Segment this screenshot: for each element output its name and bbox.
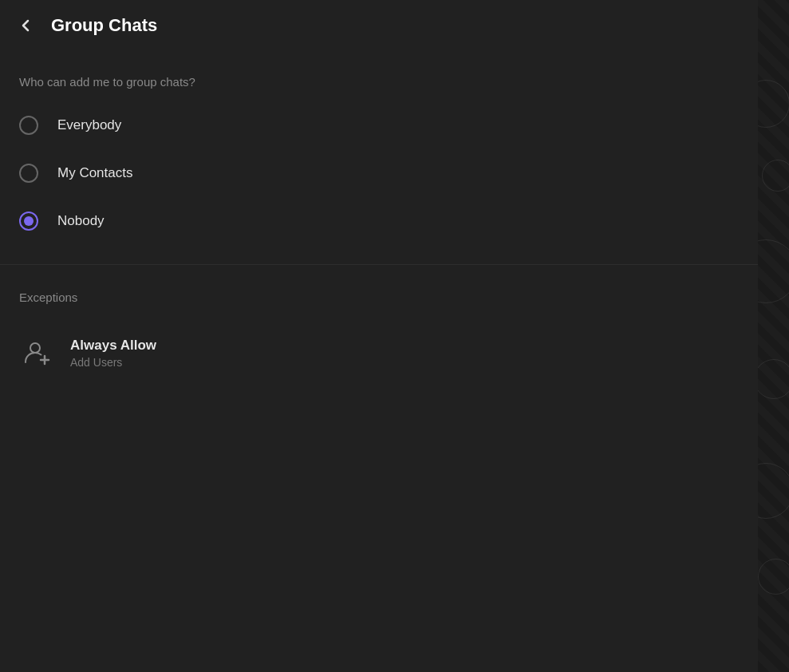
side-decoration [758, 0, 789, 672]
section-divider [0, 264, 758, 265]
main-panel: Group Chats Who can add me to group chat… [0, 0, 758, 672]
back-button[interactable] [16, 16, 35, 35]
exceptions-title: Exceptions [19, 291, 77, 304]
radio-label-nobody: Nobody [57, 213, 105, 229]
exceptions-list: Always Allow Add Users [0, 314, 758, 391]
radio-item-my-contacts[interactable]: My Contacts [0, 149, 758, 197]
radio-circle-nobody [19, 211, 38, 231]
section-question: Who can add me to group chats? [0, 51, 758, 101]
add-user-icon [19, 335, 54, 370]
always-allow-text: Always Allow Add Users [70, 338, 156, 369]
radio-circle-my-contacts [19, 164, 38, 183]
radio-item-everybody[interactable]: Everybody [0, 101, 758, 149]
radio-circle-everybody [19, 116, 38, 135]
radio-group: Everybody My Contacts Nobody [0, 101, 758, 258]
always-allow-title: Always Allow [70, 338, 156, 354]
radio-label-everybody: Everybody [57, 117, 121, 133]
content-area: Who can add me to group chats? Everybody… [0, 51, 758, 672]
always-allow-item[interactable]: Always Allow Add Users [0, 321, 758, 385]
page-title: Group Chats [51, 15, 157, 36]
always-allow-subtitle: Add Users [70, 356, 156, 369]
exceptions-section: Exceptions [0, 271, 758, 314]
svg-point-0 [30, 343, 40, 353]
radio-label-my-contacts: My Contacts [57, 165, 132, 181]
header: Group Chats [0, 0, 758, 51]
radio-item-nobody[interactable]: Nobody [0, 197, 758, 245]
